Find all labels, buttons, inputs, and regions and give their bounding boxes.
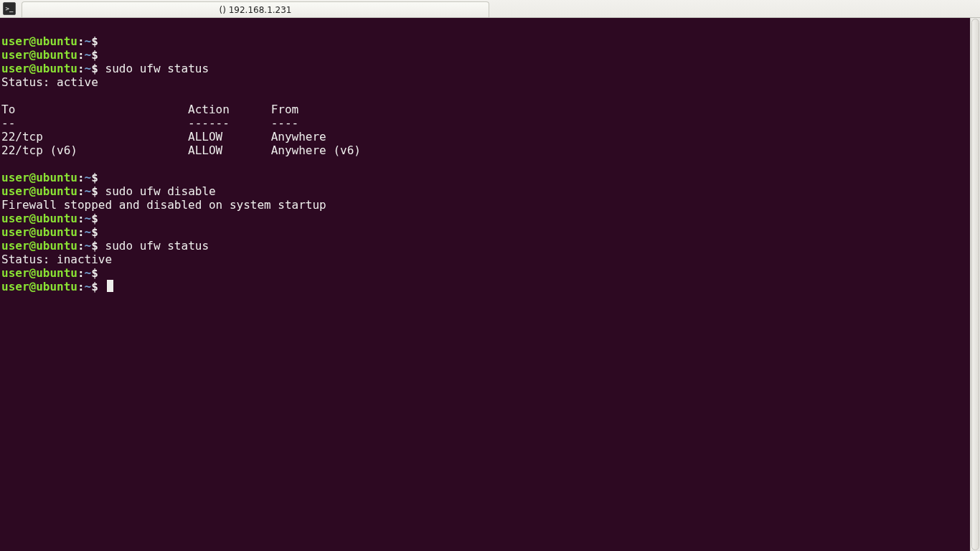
- scrollbar-thumb[interactable]: [971, 19, 979, 550]
- prompt-path: ~: [85, 34, 92, 48]
- prompt-sep2: $: [91, 48, 98, 62]
- prompt-line: user@ubuntu:~$: [1, 266, 105, 280]
- prompt-userhost: user@ubuntu: [1, 34, 77, 48]
- prompt-sep1: :: [77, 184, 85, 198]
- prompt-sep1: :: [77, 239, 85, 253]
- prompt-path: ~: [85, 280, 92, 293]
- prompt-userhost: user@ubuntu: [1, 48, 77, 62]
- output-line: Status: inactive: [1, 253, 112, 266]
- prompt-line: user@ubuntu:~$: [1, 171, 105, 184]
- terminal-app-icon: >_: [3, 2, 16, 15]
- command-text: sudo ufw status: [105, 239, 209, 253]
- prompt-sep2: $: [91, 212, 98, 225]
- prompt-sep1: :: [77, 48, 85, 62]
- prompt-path: ~: [85, 266, 92, 280]
- prompt-sep2: $: [91, 62, 98, 75]
- command-text: sudo ufw disable: [105, 184, 216, 198]
- terminal[interactable]: user@ubuntu:~$ user@ubuntu:~$ user@ubunt…: [0, 18, 970, 551]
- prompt-userhost: user@ubuntu: [1, 171, 77, 184]
- output-line: To Action From: [1, 103, 298, 116]
- prompt-userhost: user@ubuntu: [1, 62, 77, 75]
- prompt-line: user@ubuntu:~$: [1, 48, 105, 62]
- terminal-container: user@ubuntu:~$ user@ubuntu:~$ user@ubunt…: [0, 18, 980, 551]
- output-line: 22/tcp (v6) ALLOW Anywhere (v6): [1, 143, 361, 157]
- prompt-path: ~: [85, 62, 92, 75]
- prompt-line: user@ubuntu:~$: [1, 212, 105, 225]
- prompt-userhost: user@ubuntu: [1, 184, 77, 198]
- window-titlebar[interactable]: >_ () 192.168.1.231: [0, 0, 980, 18]
- prompt-sep1: :: [77, 34, 85, 48]
- prompt-sep1: :: [77, 171, 85, 184]
- prompt-userhost: user@ubuntu: [1, 212, 77, 225]
- prompt-line: user@ubuntu:~$: [1, 34, 105, 48]
- terminal-cursor: [107, 280, 113, 292]
- output-line: Status: active: [1, 75, 98, 89]
- prompt-sep2: $: [91, 225, 98, 239]
- prompt-path: ~: [85, 239, 92, 253]
- prompt-path: ~: [85, 171, 92, 184]
- prompt-sep1: :: [77, 280, 85, 293]
- prompt-line: user@ubuntu:~$: [1, 280, 113, 293]
- prompt-path: ~: [85, 212, 92, 225]
- prompt-sep1: :: [77, 225, 85, 239]
- prompt-sep2: $: [91, 171, 98, 184]
- prompt-userhost: user@ubuntu: [1, 239, 77, 253]
- prompt-userhost: user@ubuntu: [1, 266, 77, 280]
- output-line: -- ------ ----: [1, 116, 298, 130]
- prompt-sep2: $: [91, 239, 98, 253]
- vertical-scrollbar[interactable]: [970, 18, 980, 551]
- window-tab[interactable]: () 192.168.1.231: [22, 1, 489, 17]
- prompt-line: user@ubuntu:~$ sudo ufw status: [1, 62, 209, 75]
- prompt-sep2: $: [91, 34, 98, 48]
- window-title: () 192.168.1.231: [220, 5, 292, 15]
- prompt-sep1: :: [77, 266, 85, 280]
- output-line: Firewall stopped and disabled on system …: [1, 198, 326, 212]
- prompt-line: user@ubuntu:~$ sudo ufw disable: [1, 184, 216, 198]
- prompt-line: user@ubuntu:~$: [1, 225, 105, 239]
- prompt-path: ~: [85, 225, 92, 239]
- prompt-userhost: user@ubuntu: [1, 280, 77, 293]
- command-text: sudo ufw status: [105, 62, 209, 75]
- prompt-userhost: user@ubuntu: [1, 225, 77, 239]
- prompt-path: ~: [85, 184, 92, 198]
- prompt-sep1: :: [77, 62, 85, 75]
- prompt-path: ~: [85, 48, 92, 62]
- prompt-sep2: $: [91, 184, 98, 198]
- prompt-sep1: :: [77, 212, 85, 225]
- output-line: 22/tcp ALLOW Anywhere: [1, 130, 326, 143]
- prompt-sep2: $: [91, 266, 98, 280]
- prompt-line: user@ubuntu:~$ sudo ufw status: [1, 239, 209, 253]
- prompt-sep2: $: [91, 280, 98, 293]
- terminal-app-icon-glyph: >_: [6, 5, 14, 12]
